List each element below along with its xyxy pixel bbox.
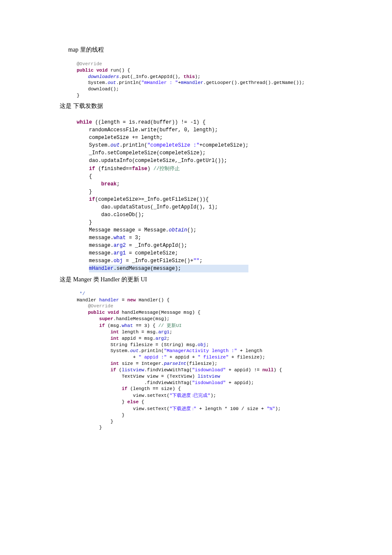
t: .println( [120,142,147,148]
com: 更新 [167,323,176,328]
str: "isdownload" [192,380,226,385]
field: out [108,80,116,85]
t: ; [199,258,202,264]
com: // [158,323,167,328]
t: run() { [108,68,130,73]
str: "%" [267,406,275,411]
field: listview [198,374,220,379]
str: "compeleteSize :" [147,142,199,148]
t: Message message = Message. [89,227,169,233]
t: download(); [88,87,119,92]
t: compeleteSize += length; [89,135,163,141]
t: ((length = is.read(buffer)) != -1) { [92,119,205,125]
t: ( [116,367,121,373]
t: TextView view = (TextView) [122,374,198,379]
t: dao.updataInfo(compeleteSize,_Info.getUr… [89,158,227,164]
field: mHandler [89,266,114,272]
com: // [153,166,159,172]
t: = _Info.getFileSize()+ [123,258,193,264]
t: } [89,220,92,225]
t: ) { [274,367,282,373]
t: { [89,173,92,179]
kw: int [110,361,119,366]
code-block-while: while ((length = is.read(buffer)) != -1)… [77,111,328,272]
annotation: @Override [88,304,113,309]
kw: public [88,310,105,315]
kw: void [96,68,107,73]
t: = [119,298,127,303]
field: out [110,142,120,148]
t: message. [89,235,114,241]
t: dao.updataStatus(_Info.getAppId(), 1); [101,204,218,210]
t: ; [170,330,173,335]
kw: public [77,68,94,73]
t: } [89,189,92,195]
heading-map-thread: map 里的线程 [68,46,328,54]
t: .sendMessage(message); [113,266,181,272]
t: Handler() { [136,298,170,303]
t: length = msg. [119,330,158,335]
field: arg2 [113,243,126,249]
t: .println( [116,80,141,85]
t: = _Info.getAppId(); [126,243,187,249]
str: " [208,393,210,398]
highlighted-line: mHandler.sendMessage(message); [89,265,248,272]
com: */ [77,291,85,296]
kw: null [262,367,274,373]
t: (compeleteSize>=_Info.getFileSize()){ [95,197,208,202]
t: String filesize = (String) msg. [110,342,198,347]
str: " appid :" [138,355,167,360]
t: ); [275,406,281,411]
t: .handleMessage(msg); [113,316,170,321]
t: .findViewWithTag( [144,380,192,385]
kw: void [108,310,119,315]
str: "" [193,258,199,264]
field: arg2 [156,336,167,341]
t: == 3) { [133,323,158,328]
t: ) [147,166,153,172]
t: _Info.setCompeleteSize(compeleteSize); [89,150,206,156]
t: (finished== [95,166,132,172]
code-block-handler: */ Handler handler = new Handler() { @Ov… [77,284,328,431]
t: appid = msg. [119,336,156,341]
t: + length * 100 / size + [196,406,267,411]
str: "mHandler : " [141,80,178,85]
t: + appid) != [226,367,262,373]
t: dao.closeDb(); [101,212,144,218]
kw: super [99,316,113,321]
str: " filesize" [198,355,229,360]
heading-download-send: 这是 下载发数据 [60,102,328,110]
t: + filesize); [229,355,265,360]
com: UI [176,323,182,328]
t: (filesize); [186,361,217,366]
str: "isdownload" [192,367,226,373]
t: .put(_Info.getAppId(), [119,74,184,79]
t: ; [206,342,209,347]
t: ); [210,393,216,398]
t: view.setText( [133,393,170,398]
t: = compeleteSize; [126,250,178,256]
t: ; [167,336,170,341]
t: } [99,425,102,430]
t: +compeleteSize); [199,142,248,148]
str: " [193,406,196,411]
kw: break [101,181,117,187]
field: listview [122,367,144,373]
t: } [77,93,80,98]
t: message. [89,243,114,249]
t: ); [195,74,200,79]
kw: if [122,386,127,391]
t: message. [89,258,114,264]
field: downloaders [88,74,119,79]
t: (length == size) { [127,386,181,391]
str: 下载进度 :已完成 [172,393,208,398]
str: 下载进度 : [172,406,193,411]
field: arg1 [158,330,169,335]
field: mHandler [181,80,203,85]
kw: this [184,74,195,79]
t: size = Integer. [119,361,164,366]
static: parseInt [164,361,187,366]
kw: if [89,166,95,172]
code-block-run: @Override public void run() { downloader… [77,55,328,99]
field: arg1 [113,250,126,256]
